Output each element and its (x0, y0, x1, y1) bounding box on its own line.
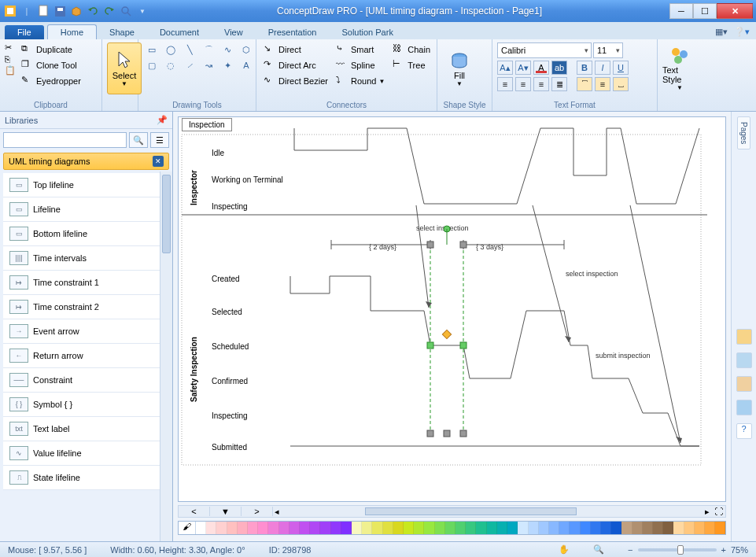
canvas[interactable]: Inspection Inspector Idle Working on Ter… (178, 116, 726, 502)
palette-color[interactable] (591, 522, 601, 534)
palette-color[interactable] (507, 522, 518, 534)
palette-color[interactable] (445, 522, 455, 534)
palette-color[interactable] (621, 522, 632, 534)
zoom-out[interactable]: − (628, 545, 632, 555)
shrink-font[interactable]: A▾ (515, 61, 531, 75)
palette-color[interactable] (476, 522, 486, 534)
pages-tab[interactable]: Pages (737, 116, 750, 149)
minimize-button[interactable]: ─ (669, 3, 693, 19)
zoom-in[interactable]: + (721, 545, 726, 555)
palette-color[interactable] (549, 522, 559, 534)
shape-line[interactable]: ╲ (181, 42, 198, 57)
side-tool-3[interactable] (736, 376, 752, 392)
maximize-button[interactable]: ☐ (693, 3, 717, 19)
pan-tool-icon[interactable]: ✋ (559, 544, 570, 555)
italic[interactable]: I (595, 61, 610, 75)
page-menu[interactable]: ▼ (210, 507, 242, 516)
paste-icon[interactable]: 📋 (5, 65, 16, 76)
copy-icon[interactable]: ⎘ (5, 54, 16, 64)
palette-color[interactable] (404, 522, 414, 534)
app-icon[interactable] (3, 4, 17, 18)
conn-smart[interactable]: ⤷Smart (334, 42, 387, 57)
scroll-left[interactable]: ◂ (273, 507, 281, 517)
side-help-icon[interactable]: ? (736, 423, 752, 439)
close-button[interactable]: ✕ (717, 3, 753, 19)
palette-color[interactable] (352, 522, 362, 534)
hscroll-track[interactable] (281, 506, 703, 517)
shape-5[interactable]: ✦ (219, 58, 236, 72)
tab-shape[interactable]: Shape (97, 25, 147, 39)
bold[interactable]: B (577, 61, 592, 75)
align-left[interactable]: ≡ (497, 77, 513, 91)
tab-home[interactable]: Home (47, 24, 97, 39)
qat-dropdown-icon[interactable]: ▼ (135, 4, 149, 18)
palette-color[interactable] (279, 522, 289, 534)
layout-icon[interactable]: ▦▾ (715, 27, 728, 37)
library-item[interactable]: ──Constraint (3, 368, 169, 393)
align-right[interactable]: ≡ (533, 77, 549, 91)
clone-button[interactable]: ❐Clone Tool (19, 58, 83, 72)
library-item[interactable]: ←Return arrow (3, 344, 169, 368)
side-tool-2[interactable] (736, 352, 752, 368)
palette-color[interactable] (196, 522, 206, 534)
pin-icon[interactable]: 📌 (157, 115, 168, 125)
select-tool[interactable]: Select ▼ (107, 42, 142, 94)
tab-presentation[interactable]: Presentation (256, 25, 330, 39)
canvas-hscroll[interactable]: < ▼ > ◂ ▸ ⛶ (178, 505, 726, 518)
palette-color[interactable] (497, 522, 507, 534)
shape-ellipse[interactable]: ◯ (162, 42, 179, 57)
palette-color[interactable] (705, 522, 715, 534)
palette-color[interactable] (581, 522, 591, 534)
library-item[interactable]: →Event arrow (3, 319, 169, 344)
palette-color[interactable] (248, 522, 258, 534)
close-icon[interactable]: ✕ (153, 156, 164, 167)
conn-spline[interactable]: 〰Spline (334, 58, 387, 72)
cut-icon[interactable]: ✂ (5, 42, 16, 53)
underline[interactable]: U (613, 61, 629, 75)
valign-bot[interactable]: ⎵ (613, 77, 629, 91)
palette-color[interactable] (455, 522, 466, 534)
font-color[interactable]: A (533, 61, 549, 75)
tab-document[interactable]: Document (147, 25, 212, 39)
shape-rect[interactable]: ▭ (143, 42, 160, 57)
qat-undo-icon[interactable] (86, 4, 100, 18)
page-next[interactable]: > (242, 507, 273, 516)
conn-directbez[interactable]: ∿Direct Bezier (261, 74, 330, 88)
library-item[interactable]: ▭Lifeline (3, 197, 169, 222)
palette-color[interactable] (383, 522, 393, 534)
library-category[interactable]: UML timing diagrams ✕ (3, 153, 169, 170)
conn-tree[interactable]: ⊢Tree (390, 58, 433, 72)
conn-directarc[interactable]: ↷Direct Arc (261, 58, 330, 72)
valign-mid[interactable]: ≡ (595, 77, 610, 91)
palette-color[interactable] (320, 522, 330, 534)
library-item[interactable]: ▭Bottom lifeline (3, 222, 169, 246)
palette-color[interactable] (216, 522, 227, 534)
palette-color[interactable] (238, 522, 248, 534)
page-prev[interactable]: < (179, 507, 210, 516)
conn-chain[interactable]: ⛓Chain (390, 42, 433, 57)
palette-tool-icon[interactable]: 🖌 (179, 522, 196, 534)
shape-text[interactable]: A (238, 58, 255, 72)
align-just[interactable]: ≣ (551, 77, 567, 91)
help-icon[interactable]: ❔▾ (734, 27, 750, 37)
library-item[interactable]: { }Symbol { } (3, 393, 169, 417)
palette-color[interactable] (300, 522, 310, 534)
qat-search-icon[interactable] (119, 4, 133, 18)
tab-view[interactable]: View (212, 25, 256, 39)
library-item[interactable]: ↦Time constraint 2 (3, 295, 169, 319)
tab-solution[interactable]: Solution Park (329, 25, 405, 39)
shape-4[interactable]: ↝ (200, 58, 217, 72)
scroll-right[interactable]: ▸ (703, 507, 711, 517)
library-item[interactable]: txtText label (3, 417, 169, 441)
palette-color[interactable] (372, 522, 382, 534)
library-search-input[interactable] (3, 132, 127, 148)
eyedropper-button[interactable]: ✎Eyedropper (19, 74, 83, 88)
palette-color[interactable] (518, 522, 528, 534)
grow-font[interactable]: A▴ (497, 61, 513, 75)
qat-box-icon[interactable] (69, 4, 83, 18)
palette-color[interactable] (643, 522, 653, 534)
library-item[interactable]: ||||Time intervals (3, 246, 169, 271)
duplicate-button[interactable]: ⧉Duplicate (19, 42, 83, 57)
palette-color[interactable] (632, 522, 643, 534)
library-item[interactable]: ▭Top lifeline (3, 173, 169, 197)
